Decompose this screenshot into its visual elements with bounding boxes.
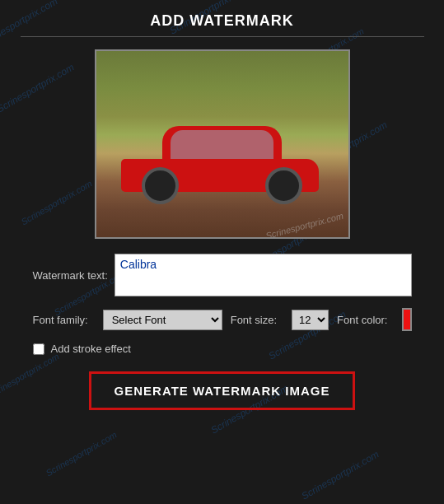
page-container: ADD WATERMARK Scrinesportprix.com Waterm… [0,0,444,504]
image-preview: Scrinesportprix.com [95,49,350,239]
generate-watermark-button[interactable]: GENERATE WATERMARK IMAGE [89,371,356,410]
car-wheel-right [265,167,302,204]
car-image: Scrinesportprix.com [96,51,348,237]
stroke-checkbox[interactable] [33,343,44,355]
title-divider [21,36,424,37]
watermark-text-row: Watermark text: Calibra [33,254,412,296]
font-size-select[interactable]: 8 9 10 11 12 14 16 18 20 24 [292,310,329,330]
car-window [171,130,273,159]
car-body [121,130,319,192]
font-color-swatch[interactable] [402,308,411,331]
page-title: ADD WATERMARK [150,12,294,30]
stroke-row: Add stroke effect [33,343,412,355]
font-settings-row: Font family: Select Font Arial Times New… [33,308,412,331]
car-wheel-left [142,167,179,204]
font-color-label: Font color: [337,314,387,326]
generate-btn-container: GENERATE WATERMARK IMAGE [33,371,412,410]
font-family-label: Font family: [33,314,88,326]
preview-watermark-text: Scrinesportprix.com [264,211,344,239]
font-family-select[interactable]: Select Font Arial Times New Roman Verdan… [103,310,222,330]
font-size-label: Font size: [231,314,277,326]
watermark-text-input[interactable]: Calibra [115,254,412,296]
stroke-label: Add stroke effect [51,343,131,355]
controls-area: Watermark text: Calibra Font family: Sel… [33,254,412,410]
watermark-text-label: Watermark text: [33,269,108,282]
